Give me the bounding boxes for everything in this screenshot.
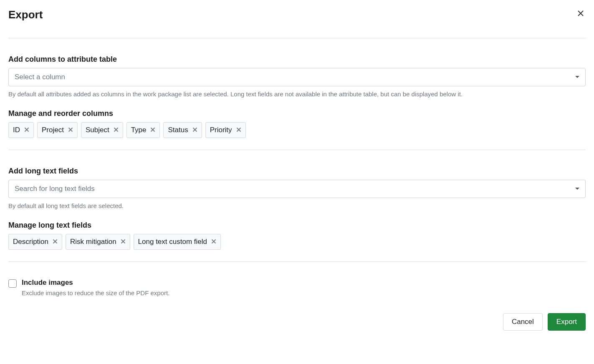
close-icon [150,127,155,133]
modal-title: Export [8,8,43,21]
include-images-checkbox[interactable] [8,279,17,288]
close-icon [121,239,126,245]
close-icon [68,127,73,133]
chip-remove-button[interactable] [211,239,216,245]
chip-remove-button[interactable] [121,239,126,245]
column-chip[interactable]: Status [163,122,202,138]
chip-label: Status [168,126,188,134]
chip-label: ID [13,126,20,134]
column-chip[interactable]: Subject [81,122,123,138]
close-icon [236,127,241,133]
column-chip[interactable]: Priority [205,122,246,138]
chip-label: Long text custom field [138,238,207,246]
chip-remove-button[interactable] [68,127,73,133]
close-button[interactable] [576,8,586,20]
include-images-section: Include images Exclude images to reduce … [8,279,586,296]
chip-remove-button[interactable] [150,127,155,133]
chip-remove-button[interactable] [114,127,119,133]
longtext-chip[interactable]: Long text custom field [134,234,221,250]
add-columns-help: By default all attributes added as colum… [8,90,586,98]
longtext-chips: DescriptionRisk mitigationLong text cust… [8,234,586,250]
column-select-placeholder: Select a column [8,68,586,86]
add-longtext-help: By default all long text fields are sele… [8,202,586,209]
close-icon [577,10,584,18]
section-divider [8,150,586,150]
longtext-chip[interactable]: Description [8,234,62,250]
longtext-select-placeholder: Search for long text fields [8,180,586,198]
add-columns-label: Add columns to attribute table [8,55,586,64]
chip-remove-button[interactable] [192,127,197,133]
manage-longtext-section: Manage long text fields DescriptionRisk … [8,221,586,250]
longtext-chip[interactable]: Risk mitigation [66,234,130,250]
chip-remove-button[interactable] [53,239,58,245]
chip-label: Project [42,126,64,134]
include-images-help: Exclude images to reduce the size of the… [22,289,169,296]
section-divider [8,261,586,262]
chip-label: Description [13,238,48,246]
column-chip[interactable]: ID [8,122,34,138]
manage-longtext-label: Manage long text fields [8,221,586,230]
include-images-label: Include images [22,279,169,287]
modal-footer: Cancel Export [8,313,586,331]
close-icon [211,239,216,245]
manage-columns-section: Manage and reorder columns IDProjectSubj… [8,109,586,138]
manage-columns-label: Manage and reorder columns [8,109,586,118]
export-modal: Export Add columns to attribute table Se… [8,8,586,331]
export-button[interactable]: Export [548,313,586,331]
chip-remove-button[interactable] [24,127,29,133]
modal-header: Export [8,8,586,38]
add-longtext-section: Add long text fields Search for long tex… [8,167,586,209]
add-columns-section: Add columns to attribute table Select a … [8,55,586,98]
add-longtext-label: Add long text fields [8,167,586,176]
cancel-button[interactable]: Cancel [503,313,543,331]
close-icon [53,239,58,245]
close-icon [24,127,29,133]
chip-label: Type [131,126,147,134]
close-icon [192,127,197,133]
chip-label: Priority [210,126,232,134]
column-chip[interactable]: Type [126,122,160,138]
chip-remove-button[interactable] [236,127,241,133]
column-chips: IDProjectSubjectTypeStatusPriority [8,122,586,138]
column-select[interactable]: Select a column [8,68,586,86]
close-icon [114,127,119,133]
chip-label: Risk mitigation [70,238,116,246]
chip-label: Subject [86,126,109,134]
longtext-select[interactable]: Search for long text fields [8,180,586,198]
column-chip[interactable]: Project [37,122,78,138]
